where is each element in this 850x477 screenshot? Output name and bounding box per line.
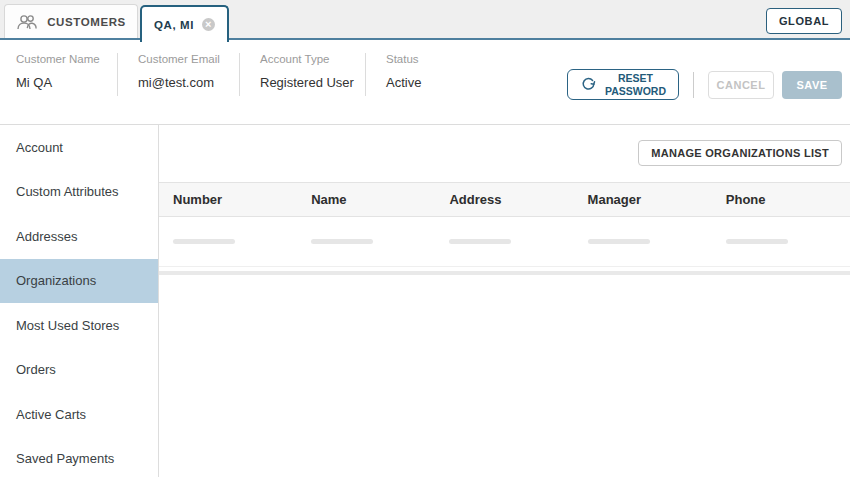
sidebar-item-custom-attributes[interactable]: Custom Attributes (0, 170, 158, 215)
manage-organizations-list-label: MANAGE ORGANIZATIONS LIST (651, 147, 829, 159)
column-header-manager: Manager (574, 192, 712, 207)
sidebar-item-account[interactable]: Account (0, 125, 158, 170)
sidebar-item-most-used-stores[interactable]: Most Used Stores (0, 303, 158, 348)
organizations-table: Number Name Address Manager Phone (159, 182, 850, 275)
column-header-address: Address (435, 192, 573, 207)
column-header-name: Name (297, 192, 435, 207)
table-bottom-divider (159, 271, 850, 275)
sidebar-item-saved-payments[interactable]: Saved Payments (0, 437, 158, 477)
save-button[interactable]: SAVE (782, 71, 842, 99)
sidebar-item-addresses[interactable]: Addresses (0, 214, 158, 259)
field-label: Account Type (260, 53, 365, 65)
reset-password-button[interactable]: RESET PASSWORD (567, 69, 679, 100)
cancel-button[interactable]: CANCEL (708, 71, 774, 99)
field-value: Mi QA (16, 75, 117, 90)
tab-customers-label: CUSTOMERS (47, 16, 126, 28)
column-header-phone: Phone (712, 192, 850, 207)
field-customer-email: Customer Email mi@test.com (118, 53, 240, 96)
reset-password-label: RESET PASSWORD (605, 72, 666, 96)
global-button-label: GLOBAL (779, 15, 829, 27)
sidebar-item-orders[interactable]: Orders (0, 348, 158, 393)
tab-bar: CUSTOMERS QA, MI GLOBAL (0, 0, 850, 40)
close-icon[interactable] (202, 18, 215, 31)
sidebar-item-active-carts[interactable]: Active Carts (0, 392, 158, 437)
field-value: Active (386, 75, 421, 90)
table-row[interactable] (159, 217, 850, 267)
cell-placeholder (297, 239, 435, 244)
organizations-panel: MANAGE ORGANIZATIONS LIST Number Name Ad… (159, 125, 850, 477)
circular-arrow-icon (580, 76, 597, 93)
customer-summary-header: Customer Name Mi QA Customer Email mi@te… (0, 40, 850, 125)
tab-customers[interactable]: CUSTOMERS (4, 4, 138, 38)
global-button[interactable]: GLOBAL (766, 8, 842, 34)
cell-placeholder (574, 239, 712, 244)
tab-qa-mi-label: QA, MI (154, 19, 194, 31)
table-header-row: Number Name Address Manager Phone (159, 182, 850, 217)
field-status: Status Active (366, 53, 421, 96)
panel-toolbar: MANAGE ORGANIZATIONS LIST (159, 125, 850, 166)
cell-placeholder (159, 239, 297, 244)
field-customer-name: Customer Name Mi QA (0, 53, 118, 96)
save-button-label: SAVE (796, 79, 827, 91)
manage-organizations-list-button[interactable]: MANAGE ORGANIZATIONS LIST (638, 140, 842, 166)
cancel-button-label: CANCEL (717, 79, 766, 91)
content-area: Account Custom Attributes Addresses Orga… (0, 125, 850, 477)
field-value: mi@test.com (138, 75, 239, 90)
field-label: Customer Name (16, 53, 117, 65)
people-icon (16, 14, 39, 30)
tab-bar-divider (0, 38, 850, 40)
field-label: Status (386, 53, 421, 65)
cell-placeholder (435, 239, 573, 244)
field-value: Registered User (260, 75, 365, 90)
tab-qa-mi[interactable]: QA, MI (140, 5, 229, 42)
header-actions: RESET PASSWORD CANCEL SAVE (567, 69, 842, 100)
column-header-number: Number (159, 192, 297, 207)
button-divider (693, 72, 694, 98)
field-label: Customer Email (138, 53, 239, 65)
sidebar-item-organizations[interactable]: Organizations (0, 259, 158, 304)
sidebar: Account Custom Attributes Addresses Orga… (0, 125, 159, 477)
field-account-type: Account Type Registered User (240, 53, 366, 96)
cell-placeholder (712, 239, 850, 244)
